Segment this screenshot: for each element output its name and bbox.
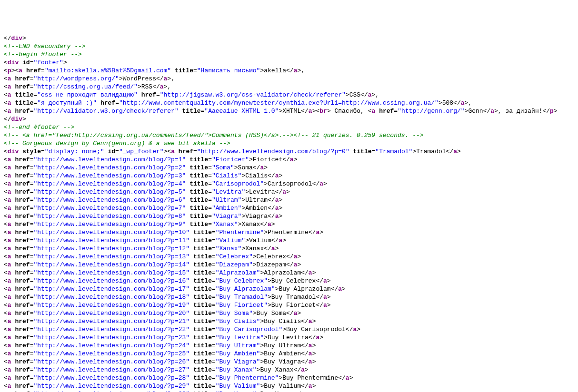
spam-link-line-15: <a href="http://www.leveltendesign.com/b… <box>4 277 574 285</box>
comment-text: <!--begin #footer --> <box>4 51 82 58</box>
spam-link-line-11: <a href="http://www.leveltendesign.com/b… <box>4 245 574 253</box>
spam-link-line-8: <a href="http://www.leveltendesign.com/b… <box>4 220 574 228</box>
spam-link-line-23: <a href="http://www.leveltendesign.com/b… <box>4 342 574 350</box>
footer-line-1: <a href="http://wordpress.org/">WordPres… <box>4 75 574 83</box>
spam-link-line-27: <a href="http://www.leveltendesign.com/b… <box>4 374 574 382</box>
spam-link-line-0: <a href="http://www.leveltendesign.com/b… <box>4 156 574 164</box>
spam-link-line-7: <a href="http://www.leveltendesign.com/b… <box>4 212 574 220</box>
spam-link-line-24: <a href="http://www.leveltendesign.com/b… <box>4 350 574 358</box>
footer-close-line: </div> <box>4 115 574 123</box>
spam-link-line-3: <a href="http://www.leveltendesign.com/b… <box>4 180 574 188</box>
spam-link-line-9: <a href="http://www.leveltendesign.com/b… <box>4 228 574 236</box>
spam-link-line-14: <a href="http://www.leveltendesign.com/b… <box>4 269 574 277</box>
footer-line-2: <a href="http://cssing.org.ua/feed/">RSS… <box>4 83 574 91</box>
comment-text: <!-- Gorgeous design by Genn(genn.org) &… <box>4 140 230 147</box>
comment-text: <!--END #secondary --> <box>4 43 86 50</box>
wp-footer-div-open-line: <div style="display: none;" id="_wp_foot… <box>4 147 574 156</box>
comment-line: <!--begin #footer --> <box>4 50 574 59</box>
spam-link-line-20: <a href="http://www.leveltendesign.com/b… <box>4 317 574 325</box>
spam-link-line-12: <a href="http://www.leveltendesign.com/b… <box>4 253 574 261</box>
spam-link-line-26: <a href="http://www.leveltendesign.com/b… <box>4 366 574 374</box>
footer-line-5: <a href="http://validator.w3.org/check/r… <box>4 107 574 115</box>
spam-link-line-17: <a href="http://www.leveltendesign.com/b… <box>4 293 574 301</box>
footer-line-0: <p><a href="mailto:akella.a%5Bat%5Dgmail… <box>4 67 574 75</box>
spam-link-line-29: <a href="http://www.leveltendesign.com/b… <box>4 390 574 392</box>
footer-line-4: <a title="я доступный :)" href="http://w… <box>4 99 574 107</box>
comment-text: <!--end #footer --> <box>4 124 74 131</box>
close-div-line: </div> <box>4 34 574 42</box>
spam-link-line-10: <a href="http://www.leveltendesign.com/b… <box>4 236 574 245</box>
spam-link-line-21: <a href="http://www.leveltendesign.com/b… <box>4 325 574 333</box>
spam-link-line-25: <a href="http://www.leveltendesign.com/b… <box>4 358 574 366</box>
spam-link-line-19: <a href="http://www.leveltendesign.com/b… <box>4 309 574 317</box>
spam-link-line-1: <a href="http://www.leveltendesign.com/b… <box>4 164 574 172</box>
footer-line-3: <a title="css не проходит валидацию" hre… <box>4 91 574 99</box>
comment-line: <!--end #footer --> <box>4 123 574 131</box>
spam-link-line-4: <a href="http://www.leveltendesign.com/b… <box>4 188 574 196</box>
spam-link-line-16: <a href="http://www.leveltendesign.com/b… <box>4 285 574 293</box>
spam-link-line-13: <a href="http://www.leveltendesign.com/b… <box>4 261 574 269</box>
spam-link-line-22: <a href="http://www.leveltendesign.com/b… <box>4 333 574 342</box>
spam-link-line-28: <a href="http://www.leveltendesign.com/b… <box>4 382 574 390</box>
comment-text: <!-- <a href="feed:http://cssing.org.ua/… <box>4 132 424 139</box>
spam-link-line-18: <a href="http://www.leveltendesign.com/b… <box>4 301 574 309</box>
comment-line: <!-- Gorgeous design by Genn(genn.org) &… <box>4 139 574 147</box>
footer-open-line: <div id="footer"> <box>4 59 574 67</box>
spam-link-line-5: <a href="http://www.leveltendesign.com/b… <box>4 196 574 204</box>
spam-link-line-2: <a href="http://www.leveltendesign.com/b… <box>4 172 574 180</box>
spam-link-line-6: <a href="http://www.leveltendesign.com/b… <box>4 204 574 212</box>
comment-line: <!--END #secondary --> <box>4 42 574 50</box>
source-code-view: </div><!--END #secondary --><!--begin #f… <box>4 34 574 392</box>
comment-line: <!-- <a href="feed:http://cssing.org.ua/… <box>4 131 574 139</box>
